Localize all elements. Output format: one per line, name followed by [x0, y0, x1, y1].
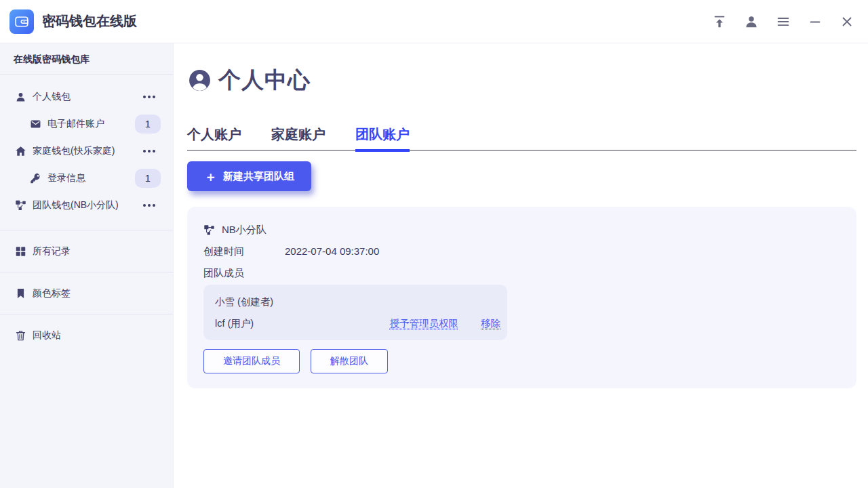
sidebar-title: 在线版密码钱包库	[0, 43, 173, 75]
team-icon	[203, 224, 215, 236]
sidebar-item-label: 登录信息	[47, 172, 85, 184]
sidebar-sections: 所有记录 颜色标签 回收站	[0, 230, 173, 357]
tab-bar: 个人账户 家庭账户 团队账户	[187, 125, 856, 151]
top-arrow-icon[interactable]	[712, 14, 727, 29]
close-icon[interactable]	[840, 14, 854, 29]
app-title: 密码钱包在线版	[42, 12, 137, 30]
tab-team-account[interactable]: 团队账户	[355, 125, 410, 152]
sidebar-item-email-accounts[interactable]: 电子邮件账户 1	[0, 110, 173, 138]
more-icon[interactable]	[143, 204, 155, 207]
sidebar-item-login-info[interactable]: 登录信息 1	[0, 165, 173, 192]
sidebar: 在线版密码钱包库 个人钱包 电子邮件账户 1	[0, 43, 174, 488]
minimize-icon[interactable]	[808, 14, 823, 29]
user-icon	[15, 92, 26, 103]
home-icon	[15, 146, 26, 157]
tab-personal-account[interactable]: 个人账户	[187, 125, 241, 150]
trash-icon	[15, 330, 26, 342]
sidebar-item-label: 回收站	[33, 329, 61, 342]
wallet-logo-icon	[9, 9, 34, 34]
menu-icon[interactable]	[776, 14, 791, 29]
bookmark-icon	[15, 287, 26, 299]
team-card: NB小分队 创建时间 2022-07-04 09:37:00 团队成员 小雪 (…	[187, 207, 856, 388]
member-list: 小雪 (创建者) lcf (用户) 授予管理员权限 移除	[203, 285, 507, 340]
member-row: lcf (用户) 授予管理员权限 移除	[203, 317, 507, 330]
created-time-value: 2022-07-04 09:37:00	[285, 245, 379, 257]
wallet-group: 个人钱包 电子邮件账户 1 家庭钱包(快乐家庭)	[0, 75, 173, 230]
sidebar-item-label: 颜色标签	[33, 287, 71, 300]
page-title-row: 个人中心	[187, 65, 311, 96]
sidebar-item-color-tags[interactable]: 颜色标签	[0, 272, 173, 314]
team-card-buttons: 邀请团队成员 解散团队	[203, 349, 388, 373]
sidebar-item-team-wallet[interactable]: 团队钱包(NB小分队)	[0, 192, 173, 219]
user-icon[interactable]	[744, 14, 759, 29]
sidebar-item-label: 个人钱包	[33, 91, 71, 103]
team-icon	[15, 200, 26, 211]
sidebar-item-label: 家庭钱包(快乐家庭)	[33, 145, 115, 157]
invite-member-button[interactable]: 邀请团队成员	[203, 349, 300, 373]
sidebar-item-family-wallet[interactable]: 家庭钱包(快乐家庭)	[0, 138, 173, 165]
app-header: 密码钱包在线版	[0, 0, 868, 43]
team-name-row: NB小分队	[203, 224, 267, 237]
remove-member-link[interactable]: 移除	[481, 317, 500, 330]
sidebar-item-label: 所有记录	[33, 245, 71, 258]
member-name: lcf (用户)	[215, 317, 254, 330]
page-title: 个人中心	[218, 65, 311, 96]
sidebar-item-label: 团队钱包(NB小分队)	[33, 199, 119, 211]
members-label: 团队成员	[203, 267, 244, 280]
more-icon[interactable]	[143, 96, 155, 98]
main-content: 个人中心 个人账户 家庭账户 团队账户 ＋ 新建共享团队组 NB小分队 创建时间…	[174, 43, 868, 488]
count-badge: 1	[135, 115, 161, 134]
sidebar-item-personal-wallet[interactable]: 个人钱包	[0, 83, 173, 110]
member-actions: 授予管理员权限 移除	[390, 317, 501, 330]
created-time-label: 创建时间	[203, 245, 244, 258]
plus-icon: ＋	[204, 170, 217, 183]
key-icon	[30, 173, 41, 184]
team-name: NB小分队	[222, 224, 267, 237]
member-row: 小雪 (创建者)	[203, 296, 507, 308]
count-badge: 1	[135, 169, 161, 188]
tab-family-account[interactable]: 家庭账户	[271, 125, 326, 150]
sidebar-item-label: 电子邮件账户	[47, 118, 104, 130]
more-icon[interactable]	[143, 150, 155, 152]
member-name: 小雪 (创建者)	[215, 296, 273, 308]
disband-team-button[interactable]: 解散团队	[311, 349, 388, 373]
new-team-button[interactable]: ＋ 新建共享团队组	[187, 161, 311, 191]
new-team-button-label: 新建共享团队组	[223, 170, 294, 183]
grant-admin-link[interactable]: 授予管理员权限	[390, 317, 459, 330]
window-controls	[712, 14, 854, 29]
grid-icon	[15, 245, 26, 257]
user-circle-icon	[187, 68, 212, 93]
sidebar-item-all-records[interactable]: 所有记录	[0, 230, 173, 272]
envelope-icon	[30, 119, 41, 130]
sidebar-item-recycle-bin[interactable]: 回收站	[0, 314, 173, 357]
